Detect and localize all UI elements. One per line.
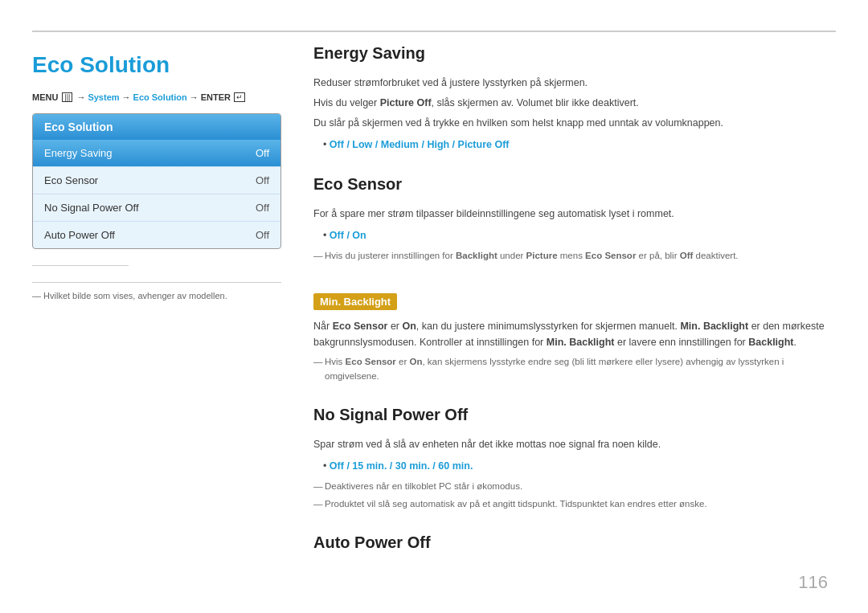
breadcrumb: MENU ||| → System → Eco Solution → ENTER… — [32, 92, 281, 102]
eco-sensor-p1: For å spare mer strøm tilpasser bildeinn… — [313, 206, 836, 222]
system-label: System — [88, 92, 119, 102]
right-panel: Energy Saving Reduser strømforbruket ved… — [313, 44, 836, 565]
energy-saving-p1: Reduser strømforbruket ved å justere lys… — [313, 75, 836, 91]
no-signal-note1: Deaktiveres når en tilkoblet PC står i ø… — [313, 480, 836, 493]
left-panel: Eco Solution MENU ||| → System → Eco Sol… — [32, 44, 281, 565]
top-divider — [32, 31, 836, 32]
energy-saving-label: Energy Saving — [44, 147, 113, 159]
no-signal-options-text: Off / 15 min. / 30 min. / 60 min. — [330, 460, 473, 472]
menu-item-auto-power[interactable]: Auto Power Off Off — [33, 222, 280, 248]
eco-menu-header: Eco Solution — [33, 114, 280, 140]
arrow2: → — [122, 92, 131, 102]
auto-power-value: Off — [256, 229, 269, 241]
eco-menu-box: Eco Solution Energy Saving Off Eco Senso… — [32, 113, 281, 249]
footnote-divider — [32, 265, 129, 266]
menu-label: MENU — [32, 92, 58, 102]
menu-item-eco-sensor[interactable]: Eco Sensor Off — [33, 167, 280, 194]
energy-saving-p3: Du slår på skjermen ved å trykke en hvil… — [313, 115, 836, 131]
min-backlight-p1: Når Eco Sensor er On, kan du justere min… — [313, 318, 836, 350]
page-number: 116 — [798, 572, 828, 593]
min-backlight-badge: Min. Backlight — [313, 293, 397, 310]
eco-sensor-title: Eco Sensor — [313, 175, 836, 198]
enter-label: ENTER — [201, 92, 231, 102]
no-signal-note2: Produktet vil slå seg automatisk av på e… — [313, 497, 836, 511]
no-signal-power-off-title: No Signal Power Off — [313, 406, 836, 428]
enter-icon: ↵ — [234, 92, 245, 102]
energy-saving-value: Off — [256, 147, 269, 159]
no-signal-label: No Signal Power Off — [44, 202, 139, 214]
menu-icon: ||| — [62, 92, 72, 102]
eco-sensor-options: Off / On — [323, 227, 836, 243]
section-eco-sensor: Eco Sensor For å spare mer strøm tilpass… — [313, 175, 836, 263]
min-backlight-note: Hvis Eco Sensor er On, kan skjermens lys… — [313, 355, 836, 383]
energy-saving-p2: Hvis du velger Picture Off, slås skjerme… — [313, 95, 836, 111]
menu-item-energy-saving[interactable]: Energy Saving Off — [33, 140, 280, 167]
no-signal-value: Off — [256, 202, 269, 214]
menu-item-no-signal[interactable]: No Signal Power Off Off — [33, 194, 280, 222]
section-energy-saving: Energy Saving Reduser strømforbruket ved… — [313, 44, 836, 153]
no-signal-p1: Spar strøm ved å slå av enheten når det … — [313, 436, 836, 452]
auto-power-p1: Produktet slår seg automatisk av hvis du… — [313, 564, 836, 565]
energy-saving-title: Energy Saving — [313, 44, 836, 67]
energy-saving-options: Off / Low / Medium / High / Picture Off — [323, 137, 836, 153]
energy-saving-options-text: Off / Low / Medium / High / Picture Off — [330, 139, 510, 150]
page-title: Eco Solution — [32, 52, 281, 78]
footnote: — Hvilket bilde som vises, avhenger av m… — [32, 282, 281, 300]
auto-power-label: Auto Power Off — [44, 229, 115, 241]
eco-sensor-options-text: Off / On — [330, 230, 366, 241]
eco-sensor-note: Hvis du justerer innstillingen for Backl… — [313, 249, 836, 263]
arrow3: → — [190, 92, 199, 102]
section-auto-power-off: Auto Power Off Produktet slår seg automa… — [313, 533, 836, 565]
eco-solution-label: Eco Solution — [133, 92, 187, 102]
section-min-backlight: Min. Backlight Når Eco Sensor er On, kan… — [313, 285, 836, 383]
no-signal-options: Off / 15 min. / 30 min. / 60 min. — [323, 458, 836, 474]
section-no-signal-power-off: No Signal Power Off Spar strøm ved å slå… — [313, 406, 836, 512]
arrow1: → — [76, 92, 85, 102]
eco-sensor-value: Off — [256, 174, 269, 186]
auto-power-off-title: Auto Power Off — [313, 533, 836, 556]
eco-sensor-label: Eco Sensor — [44, 174, 98, 186]
